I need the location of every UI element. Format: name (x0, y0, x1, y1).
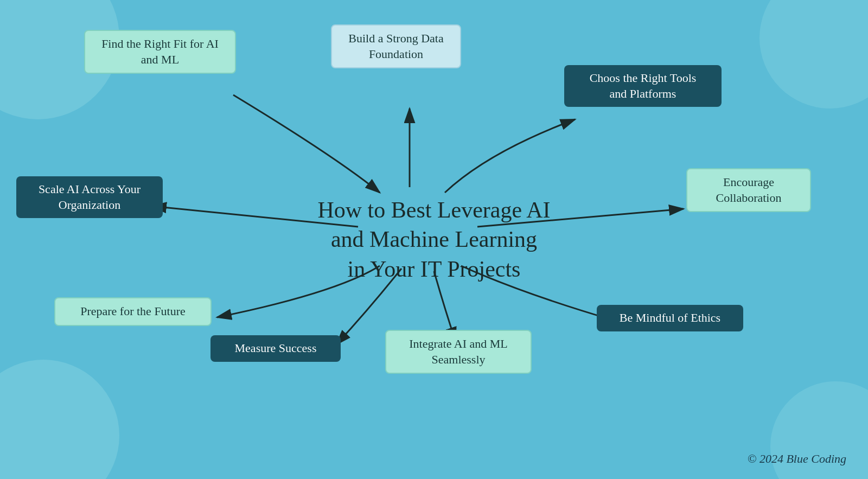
bubble-encourage-collaboration: EncourageCollaboration (686, 168, 811, 212)
copyright: © 2024 Blue Coding (748, 452, 846, 466)
center-title: How to Best Leverage AI and Machine Lear… (293, 195, 575, 284)
bubble-build-strong-data: Build a Strong DataFoundation (331, 24, 461, 68)
bubble-choos-right-tools: Choos the Right Toolsand Platforms (564, 65, 722, 107)
bubble-scale-ai: Scale AI Across YourOrganization (16, 176, 163, 218)
bubble-measure-success: Measure Success (210, 335, 341, 362)
bubble-find-right-fit: Find the Right Fit for AIand ML (84, 30, 236, 74)
bubble-be-mindful: Be Mindful of Ethics (597, 305, 743, 331)
bubble-prepare-future: Prepare for the Future (54, 297, 212, 326)
bubble-integrate-ai: Integrate AI and MLSeamlessly (385, 330, 532, 374)
